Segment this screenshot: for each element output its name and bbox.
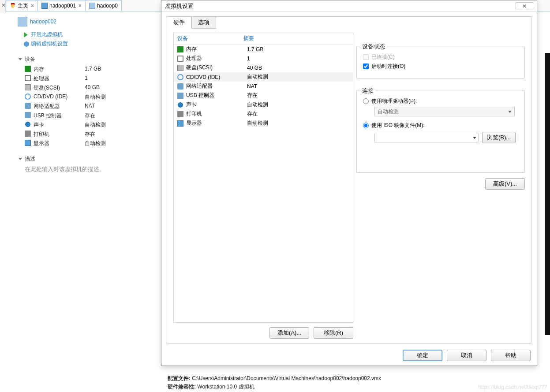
vm-icon: [41, 3, 48, 9]
connected-input: [363, 54, 369, 60]
device-list-row[interactable]: 处理器1: [174, 54, 353, 63]
device-row[interactable]: 显示器自动检测: [25, 140, 159, 147]
cpu-icon: [25, 75, 31, 81]
dialog-title: 虚拟机设置: [165, 2, 194, 10]
device-list-row[interactable]: 打印机存在: [174, 109, 353, 119]
device-list-name: 打印机: [186, 110, 247, 118]
description-section-header[interactable]: 描述: [19, 155, 159, 163]
hw-compat-label: 硬件兼容性:: [168, 384, 196, 390]
device-list-name: 显示器: [186, 119, 247, 127]
use-iso-radio[interactable]: 使用 ISO 映像文件(M):: [363, 122, 518, 129]
net-icon: [25, 103, 31, 109]
edit-settings-link[interactable]: 编辑虚拟机设置: [24, 40, 159, 48]
device-list-name: 硬盘(SCSI): [186, 64, 247, 71]
power-on-link[interactable]: 开启此虚拟机: [24, 31, 159, 38]
device-list-sum: NAT: [247, 83, 257, 90]
sound-icon: [177, 102, 183, 108]
tab-vm2-label: hadoop0: [97, 3, 118, 9]
device-list-row[interactable]: CD/DVD (IDE)自动检测: [174, 72, 353, 82]
device-list-sum: 1: [247, 56, 250, 62]
device-row[interactable]: 声卡自动检测: [25, 121, 159, 129]
print-icon: [177, 111, 183, 117]
description-placeholder[interactable]: 在此处输入对该虚拟机的描述。: [25, 165, 159, 173]
device-name: 硬盘(SCSI): [34, 84, 85, 92]
device-row[interactable]: 处理器1: [25, 75, 159, 82]
device-list-name: CD/DVD (IDE): [186, 74, 247, 80]
add-device-button[interactable]: 添加(A)...: [269, 327, 309, 339]
device-row[interactable]: USB 控制器存在: [25, 112, 159, 119]
watermark: https://blog.csdn.net/taoqi777: [478, 384, 547, 390]
device-row[interactable]: 打印机存在: [25, 131, 159, 138]
device-list-row[interactable]: 显示器自动检测: [174, 119, 353, 128]
iso-path-combo[interactable]: [374, 133, 479, 142]
gear-icon: [24, 41, 29, 47]
hw-compat-value: Workstation 10.0 虚拟机: [197, 384, 254, 390]
device-value: 40 GB: [85, 84, 100, 92]
usb-icon: [25, 112, 31, 118]
device-row[interactable]: CD/DVD (IDE)自动检测: [25, 93, 159, 101]
remove-device-button[interactable]: 移除(R): [314, 327, 353, 339]
tab-close-icon[interactable]: ×: [79, 3, 82, 9]
vm-icon: [89, 3, 95, 9]
device-list-name: 处理器: [186, 55, 247, 62]
play-icon: [24, 32, 29, 37]
disk-icon: [177, 65, 183, 71]
device-list-sum: 自动检测: [247, 119, 268, 127]
device-list-row[interactable]: 内存1.7 GB: [174, 45, 353, 54]
vm-title: hadoop002: [18, 17, 159, 26]
edit-settings-label: 编辑虚拟机设置: [31, 40, 68, 48]
dialog-close-button[interactable]: ✕: [516, 2, 533, 10]
device-value: 存在: [85, 131, 95, 138]
device-name: USB 控制器: [34, 112, 85, 119]
tab-vm1[interactable]: hadoop001 ×: [37, 0, 86, 11]
net-icon: [177, 83, 183, 90]
advanced-button[interactable]: 高级(V)...: [485, 178, 525, 190]
device-list-sum: 40 GB: [247, 65, 262, 71]
device-list-row[interactable]: USB 控制器存在: [174, 91, 353, 100]
connection-label: 连接: [360, 87, 375, 95]
device-list-name: 网络适配器: [186, 82, 247, 90]
tab-vm2[interactable]: hadoop0: [85, 0, 122, 11]
iso-radio-input[interactable]: [363, 123, 369, 128]
device-name: 内存: [34, 66, 85, 73]
device-list-row[interactable]: 声卡自动检测: [174, 100, 353, 109]
device-status-group: 设备状态 已连接(C) 启动时连接(O): [356, 46, 525, 78]
panel-close-icon[interactable]: ✕: [1, 2, 6, 8]
browse-button[interactable]: 浏览(B)...: [482, 132, 516, 143]
device-value: 自动检测: [85, 121, 106, 129]
tab-options[interactable]: 选项: [191, 16, 216, 29]
home-icon: [10, 3, 16, 9]
tab-close-icon[interactable]: ×: [31, 3, 34, 9]
tab-home[interactable]: 主页 ×: [6, 0, 38, 11]
disp-icon: [25, 140, 31, 146]
tab-hardware[interactable]: 硬件: [167, 16, 191, 29]
ok-button[interactable]: 确定: [403, 350, 442, 361]
cpu-icon: [177, 56, 183, 62]
physical-drive-combo[interactable]: 自动检测: [374, 107, 515, 116]
device-name: 网络适配器: [34, 103, 85, 110]
physical-radio-input[interactable]: [363, 98, 369, 104]
devices-section-header[interactable]: 设备: [19, 56, 159, 63]
connect-start-input[interactable]: [363, 63, 369, 69]
device-list-row[interactable]: 硬盘(SCSI)40 GB: [174, 63, 353, 72]
chevron-down-icon: [508, 111, 512, 113]
device-header: 设备: [177, 35, 243, 42]
device-value: 存在: [85, 112, 95, 119]
use-physical-radio[interactable]: 使用物理驱动器(P):: [363, 97, 518, 105]
device-row[interactable]: 硬盘(SCSI)40 GB: [25, 84, 159, 92]
device-list-name: 声卡: [186, 101, 247, 108]
tab-home-label: 主页: [18, 2, 28, 10]
device-value: 自动检测: [85, 140, 106, 147]
device-row[interactable]: 网络适配器NAT: [25, 103, 159, 110]
usb-icon: [177, 93, 183, 99]
device-list-row[interactable]: 网络适配器NAT: [174, 82, 353, 91]
device-row[interactable]: 内存1.7 GB: [25, 66, 159, 73]
connect-at-start-checkbox[interactable]: 启动时连接(O): [363, 63, 518, 70]
cancel-button[interactable]: 取消: [447, 350, 486, 361]
device-list-sum: 存在: [247, 92, 258, 99]
device-list-sum: 存在: [247, 110, 258, 118]
help-button[interactable]: 帮助: [491, 350, 531, 361]
connection-group: 连接 使用物理驱动器(P): 自动检测 使用 ISO 映像文件(M): 浏览(B…: [356, 90, 525, 173]
device-value: 1.7 GB: [85, 66, 101, 73]
device-list-sum: 自动检测: [247, 73, 268, 81]
